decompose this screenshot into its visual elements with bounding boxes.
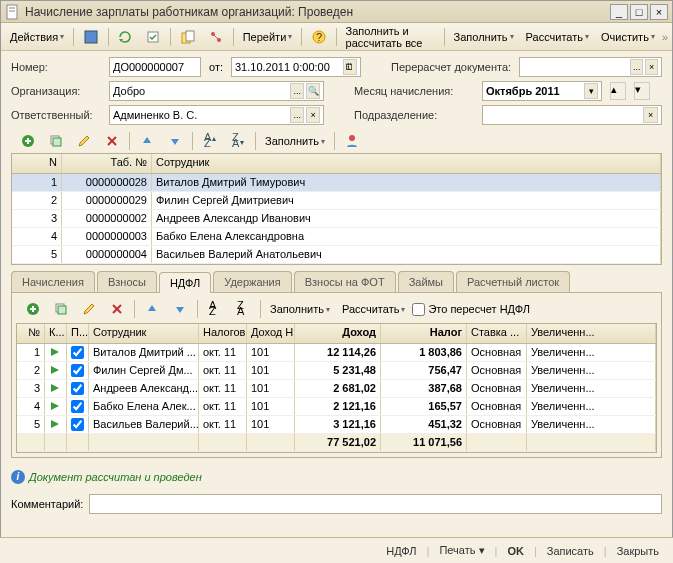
col-emp[interactable]: Сотрудник — [89, 324, 199, 343]
fill-calc-all-button[interactable]: Заполнить и рассчитать все — [341, 26, 440, 48]
table-row[interactable]: 5Васильев Валерий...окт. 111013 121,1645… — [17, 416, 656, 434]
select-icon[interactable]: ... — [290, 83, 304, 99]
title-bar: Начисление зарплаты работникам организац… — [1, 1, 672, 23]
col-inc2[interactable]: Увеличенн... — [527, 324, 656, 343]
edit-icon[interactable] — [76, 298, 102, 320]
svg-rect-3 — [85, 31, 97, 43]
tab-ndfl[interactable]: НДФЛ — [159, 272, 211, 293]
tab-contributions[interactable]: Взносы — [97, 271, 157, 292]
grid2-body[interactable]: 1Виталов Дмитрий ...окт. 1110112 114,261… — [17, 344, 656, 434]
help-icon[interactable]: ? — [306, 26, 332, 48]
tab-deductions[interactable]: Удержания — [213, 271, 291, 292]
ndfl-button[interactable]: НДФЛ — [380, 543, 422, 559]
sort-asc-icon[interactable]: AZ — [197, 130, 223, 152]
clear-menu[interactable]: Очистить — [596, 26, 660, 48]
col-tax[interactable]: Налог — [381, 324, 467, 343]
maximize-button[interactable]: □ — [630, 4, 648, 20]
tab-payslip[interactable]: Расчетный листок — [456, 271, 570, 292]
delete-icon[interactable] — [104, 298, 130, 320]
table-row[interactable]: 20000000029Филин Сергей Дмитриевич — [12, 192, 661, 210]
move-up-icon[interactable] — [134, 130, 160, 152]
table-row[interactable]: 10000000028Виталов Дмитрий Тимурович — [12, 174, 661, 192]
date-field[interactable]: 🗓 — [231, 57, 361, 77]
recalc-checkbox[interactable]: Это пересчет НДФЛ — [412, 303, 530, 316]
copy-icon[interactable] — [48, 298, 74, 320]
table-row[interactable]: 4Бабко Елена Алек...окт. 111012 121,1616… — [17, 398, 656, 416]
sort-desc-icon[interactable]: ZA — [230, 298, 256, 320]
col-tab[interactable]: Таб. № — [62, 154, 152, 173]
basis-icon[interactable] — [175, 26, 201, 48]
overflow-icon[interactable]: » — [662, 31, 668, 43]
move-down-icon[interactable] — [167, 298, 193, 320]
col-period[interactable]: Налогов... — [199, 324, 247, 343]
table-row[interactable]: 1Виталов Дмитрий ...окт. 1110112 114,261… — [17, 344, 656, 362]
table-row[interactable]: 40000000003Бабко Елена Александровна — [12, 228, 661, 246]
tab-fot[interactable]: Взносы на ФОТ — [294, 271, 396, 292]
spin-down-icon[interactable]: ▾ — [634, 82, 650, 100]
post-icon[interactable] — [140, 26, 166, 48]
structure-icon[interactable] — [203, 26, 229, 48]
person-icon[interactable] — [339, 130, 365, 152]
save-button[interactable]: Записать — [541, 543, 600, 559]
table-row[interactable]: 2Филин Сергей Дм...окт. 111015 231,48756… — [17, 362, 656, 380]
actions-menu[interactable]: Действия — [5, 26, 69, 48]
clear-icon[interactable]: × — [643, 107, 658, 123]
grid1-body[interactable]: 10000000028Виталов Дмитрий Тимурович2000… — [12, 174, 661, 264]
col-code[interactable]: Доход Н... — [247, 324, 295, 343]
comment-field[interactable] — [89, 494, 662, 514]
close-button[interactable]: Закрыть — [611, 543, 665, 559]
org-label: Организация: — [11, 85, 101, 97]
calc-menu[interactable]: Рассчитать — [521, 26, 594, 48]
calc-submenu2[interactable]: Рассчитать — [337, 298, 410, 320]
goto-menu[interactable]: Перейти — [238, 26, 298, 48]
move-down-icon[interactable] — [162, 130, 188, 152]
calendar-icon[interactable]: 🗓 — [343, 59, 357, 75]
print-button[interactable]: Печать ▾ — [433, 542, 490, 559]
dropdown-icon[interactable]: ▾ — [584, 83, 598, 99]
fill-submenu2[interactable]: Заполнить — [265, 298, 335, 320]
minimize-button[interactable]: _ — [610, 4, 628, 20]
edit-icon[interactable] — [71, 130, 97, 152]
open-icon[interactable]: 🔍 — [306, 83, 320, 99]
col-k[interactable]: К... — [45, 324, 67, 343]
add-icon[interactable] — [20, 298, 46, 320]
recalc-field[interactable]: ...× — [519, 57, 662, 77]
col-rate[interactable]: Ставка ... — [467, 324, 527, 343]
col-income[interactable]: Доход — [295, 324, 381, 343]
clear-icon[interactable]: × — [645, 59, 658, 75]
clear-icon[interactable]: × — [306, 107, 320, 123]
save-icon[interactable] — [78, 26, 104, 48]
svg-marker-46 — [51, 420, 59, 428]
table-row[interactable]: 30000000002Андреев Александр Иванович — [12, 210, 661, 228]
add-icon[interactable] — [15, 130, 41, 152]
fill-menu[interactable]: Заполнить — [449, 26, 519, 48]
move-up-icon[interactable] — [139, 298, 165, 320]
select-icon[interactable]: ... — [630, 59, 643, 75]
select-icon[interactable]: ... — [290, 107, 304, 123]
col-emp[interactable]: Сотрудник — [152, 154, 661, 173]
refresh-icon[interactable] — [112, 26, 138, 48]
col-num[interactable]: № — [17, 324, 45, 343]
dept-field[interactable]: × — [482, 105, 662, 125]
spin-up-icon[interactable]: ▴ — [610, 82, 626, 100]
table-row[interactable]: 50000000004Васильев Валерий Анатольевич — [12, 246, 661, 264]
col-p[interactable]: П... — [67, 324, 89, 343]
col-n[interactable]: N — [12, 154, 62, 173]
tab-loans[interactable]: Займы — [398, 271, 454, 292]
ok-button[interactable]: OK — [501, 543, 530, 559]
copy-icon[interactable] — [43, 130, 69, 152]
close-button[interactable]: × — [650, 4, 668, 20]
delete-icon[interactable] — [99, 130, 125, 152]
sort-asc-icon[interactable]: AZ — [202, 298, 228, 320]
window-title: Начисление зарплаты работникам организац… — [25, 5, 610, 19]
resp-field[interactable]: ...× — [109, 105, 324, 125]
table-row[interactable]: 3Андреев Александ...окт. 111012 681,0238… — [17, 380, 656, 398]
fill-submenu[interactable]: Заполнить — [260, 130, 330, 152]
sort-desc-icon[interactable]: ZA — [225, 130, 251, 152]
employee-grid: N Таб. № Сотрудник 10000000028Виталов Дм… — [11, 153, 662, 265]
tab-accruals[interactable]: Начисления — [11, 271, 95, 292]
month-field[interactable]: ▾ — [482, 81, 602, 101]
number-field[interactable] — [109, 57, 201, 77]
org-field[interactable]: ...🔍 — [109, 81, 324, 101]
svg-text:?: ? — [316, 31, 322, 43]
